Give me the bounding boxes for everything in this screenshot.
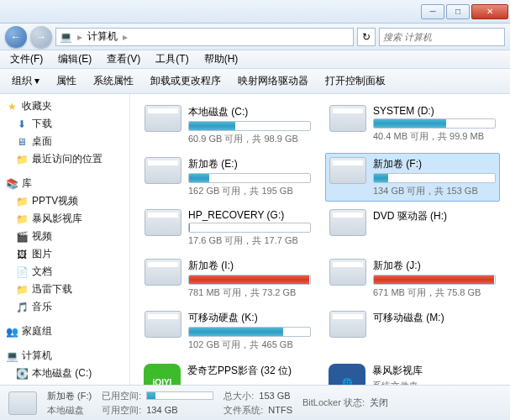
sidebar-label: 计算机 [22,349,52,363]
menu-help[interactable]: 帮助(H) [197,50,245,68]
drive-item[interactable]: DVD 驱动器 (H:) [325,205,500,251]
content-area: ★收藏夹 ⬇下载 🖥桌面 📁最近访问的位置 📚库 📁PPTV视频 📁暴风影视库 … [0,94,510,385]
breadcrumb-item[interactable]: 计算机 [87,29,118,44]
sidebar-favorites[interactable]: ★收藏夹 [0,97,129,115]
drive-item[interactable]: SYSTEM (D:)40.4 MB 可用，共 99.9 MB [325,101,500,150]
total-value: 153 GB [259,391,290,401]
toolbar: 组织 ▾ 属性 系统属性 卸载或更改程序 映射网络驱动器 打开控制面板 [0,69,510,94]
homegroup-icon: 👥 [5,325,18,339]
sidebar-item-xunlei[interactable]: 📁迅雷下载 [0,281,129,298]
total-label: 总大小: [223,390,254,402]
drive-icon [329,209,366,236]
drive-item[interactable]: 新加卷 (F:)134 GB 可用，共 153 GB [325,153,500,202]
sidebar-label: 桌面 [32,134,52,149]
sidebar-item-storm[interactable]: 📁暴风影视库 [0,210,129,228]
drive-fill [189,174,209,182]
sidebar-item-videos[interactable]: 🎬视频 [0,228,129,245]
sidebar-label: 视频 [32,229,52,244]
drive-bar [188,275,311,285]
drive-bar [373,173,496,183]
back-button[interactable]: ← [5,26,27,48]
app-icon: iQIYI [144,364,181,385]
drive-item[interactable]: 可移动硬盘 (K:)102 GB 可用，共 465 GB [140,307,315,355]
fs-label: 文件系统: [223,404,263,417]
drive-bar [188,327,311,337]
bitlocker-label: BitLocker 状态: [302,396,365,409]
menu-view[interactable]: 查看(V) [100,50,147,68]
sidebar-item-drive-c[interactable]: 💽本地磁盘 (C:) [0,365,129,382]
main-panel[interactable]: 本地磁盘 (C:)60.9 GB 可用，共 98.9 GBSYSTEM (D:)… [130,94,510,385]
sidebar-item-documents[interactable]: 📄文档 [0,263,129,281]
drive-name: HP_RECOVERY (G:) [188,209,311,221]
bitlocker-value: 关闭 [370,396,388,409]
sidebar-item-pictures[interactable]: 🖼图片 [0,245,129,263]
drive-icon [8,391,37,415]
drive-item[interactable]: 新加卷 (I:)781 MB 可用，共 73.2 GB [140,255,315,303]
sidebar-label: 收藏夹 [22,99,52,113]
document-icon: 📄 [15,265,29,279]
drive-item[interactable]: 本地磁盘 (C:)60.9 GB 可用，共 98.9 GB [140,101,315,150]
sidebar-label: 图片 [32,247,52,261]
sidebar-item-pptv[interactable]: 📁PPTV视频 [0,192,129,210]
drive-item[interactable]: 新加卷 (E:)162 GB 可用，共 195 GB [140,153,315,202]
sidebar-item-recent[interactable]: 📁最近访问的位置 [0,150,129,168]
titlebar: ─ □ ✕ [0,0,510,24]
menu-file[interactable]: 文件(F) [3,50,50,68]
drive-item[interactable]: 可移动磁盘 (M:) [325,307,500,355]
drive-name: 可移动硬盘 (K:) [188,311,311,325]
sidebar-libraries[interactable]: 📚库 [0,175,129,192]
sidebar-computer[interactable]: 💻计算机 [0,347,129,365]
search-input[interactable] [379,28,505,46]
sidebar-label: 本地磁盘 (C:) [32,366,92,381]
control-panel-button[interactable]: 打开控制面板 [318,71,392,91]
computer-icon: 💻 [5,349,18,363]
sidebar-item-downloads[interactable]: ⬇下载 [0,115,129,133]
map-drive-button[interactable]: 映射网络驱动器 [231,71,315,91]
used-label: 已用空间: [102,390,141,402]
sidebar: ★收藏夹 ⬇下载 🖥桌面 📁最近访问的位置 📚库 📁PPTV视频 📁暴风影视库 … [0,94,130,385]
drive-item[interactable]: HP_RECOVERY (G:)17.6 GB 可用，共 17.7 GB [140,205,315,251]
sidebar-item-music[interactable]: 🎵音乐 [0,298,129,316]
properties-button[interactable]: 属性 [50,71,83,91]
drive-icon [329,157,366,184]
sidebar-homegroup[interactable]: 👥家庭组 [0,323,129,340]
download-icon: ⬇ [15,118,29,131]
drive-detail: 781 MB 可用，共 73.2 GB [188,286,311,299]
drive-detail: 60.9 GB 可用，共 98.9 GB [188,133,311,145]
sidebar-label: 最近访问的位置 [32,152,103,166]
app-item[interactable]: iQIYI爱奇艺PPS影音 (32 位) [140,360,315,385]
uninstall-button[interactable]: 卸载或更改程序 [144,71,228,91]
breadcrumb[interactable]: 💻 ▸ 计算机 ▸ [55,28,354,46]
sidebar-item-desktop[interactable]: 🖥桌面 [0,133,129,150]
drive-name: 可移动磁盘 (M:) [373,311,496,325]
maximize-button[interactable]: □ [446,4,470,19]
refresh-button[interactable]: ↻ [357,28,376,46]
drive-name: 新加卷 (E:) [188,157,311,171]
app-item[interactable]: 🌐暴风影视库系统文件夹 [325,360,500,385]
minimize-button[interactable]: ─ [421,4,444,19]
fs-value: NTFS [268,405,292,415]
drive-bar [373,275,496,285]
drive-bar [188,223,311,233]
navbar: ← → 💻 ▸ 计算机 ▸ ↻ [0,24,510,50]
forward-button[interactable]: → [30,26,52,48]
drive-item[interactable]: 新加卷 (J:)671 MB 可用，共 75.8 GB [325,255,500,303]
close-button[interactable]: ✕ [471,4,508,19]
sidebar-item-drive-d[interactable]: 💽SYSTEM (D:) [0,382,129,385]
drive-detail: 134 GB 可用，共 153 GB [373,185,496,197]
menu-tools[interactable]: 工具(T) [149,50,195,68]
drive-icon [145,209,181,236]
recent-icon: 📁 [15,153,29,166]
desktop-icon: 🖥 [15,135,29,149]
drive-detail: 102 GB 可用，共 465 GB [188,339,311,351]
sidebar-label: 家庭组 [22,324,52,339]
system-properties-button[interactable]: 系统属性 [87,71,140,91]
drive-fill [189,276,309,284]
menu-edit[interactable]: 编辑(E) [51,50,98,68]
organize-button[interactable]: 组织 ▾ [5,71,46,91]
sidebar-label: 库 [22,176,32,191]
sidebar-label: 暴风影视库 [32,212,82,226]
drive-name: 新加卷 (F:) [373,157,496,171]
drive-fill [189,223,190,232]
search-field[interactable] [383,32,501,42]
